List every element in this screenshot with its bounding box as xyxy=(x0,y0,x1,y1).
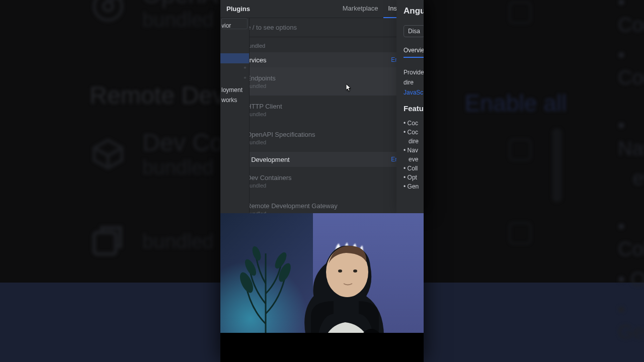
section-remote-dev: Remote Development Enable all xyxy=(220,152,424,167)
plugin-dev-containers[interactable]: Dev Containers bundled xyxy=(220,167,424,195)
sidebar-item[interactable]: works xyxy=(220,95,237,105)
search-input[interactable] xyxy=(236,24,407,31)
plugin-endpoints[interactable]: Endpoints bundled xyxy=(220,67,424,96)
bg-bundled2: bundled xyxy=(142,157,223,179)
bg-enable-all: Enable all xyxy=(464,90,567,117)
plugins-header: Plugins Marketplace Installed xyxy=(220,0,424,18)
bg-scrollbar xyxy=(552,128,562,202)
search-bar: ⋮ xyxy=(220,18,424,37)
sidebar-item[interactable]: loyment xyxy=(220,84,243,95)
disable-button[interactable]: Disa xyxy=(404,25,424,37)
bg-checkbox2 xyxy=(509,139,531,161)
bg-checkbox3 xyxy=(509,222,531,244)
bg-openapi-title: OpenA xyxy=(142,0,218,9)
bg-bullet-2: Nav xyxy=(618,137,644,159)
feature-item: • Gen xyxy=(404,182,424,191)
plugin-sub: bundled xyxy=(247,139,404,145)
tab-marketplace[interactable]: Marketplace xyxy=(338,0,383,18)
plugin-name: HTTP Client xyxy=(247,103,404,110)
webcam-bottom-bar xyxy=(220,333,424,362)
expand-icon[interactable]: ▫ xyxy=(244,64,246,70)
plugin-openapi[interactable]: OpenAPI Specifications bundled xyxy=(220,124,424,152)
svg-point-31 xyxy=(353,269,357,273)
plugin-sub: bundled xyxy=(247,111,404,117)
detail-text: Provide xyxy=(404,68,424,77)
plugin-sub: bundled xyxy=(247,83,404,89)
svg-line-3 xyxy=(111,0,116,2)
detail-link[interactable]: JavaSc xyxy=(404,88,424,97)
plugin-sub: bundled xyxy=(247,183,404,189)
feature-item: • Nav xyxy=(404,146,424,155)
bg-bundled: bundled xyxy=(142,9,218,32)
tab-overview[interactable]: Overview xyxy=(404,47,424,58)
feature-item: eve xyxy=(404,155,424,164)
svg-point-30 xyxy=(338,269,342,273)
sidebar-item-selected[interactable] xyxy=(220,53,249,63)
bg-bullet-6: Gen xyxy=(618,321,644,343)
feature-item: • Opt xyxy=(404,173,424,182)
bg-bullet-0: Coc xyxy=(618,14,644,36)
mouse-cursor xyxy=(346,84,352,92)
plugin-name: Endpoints xyxy=(247,74,404,82)
section-microservices: Microservices Enable all xyxy=(220,52,424,67)
plugin-http-client[interactable]: HTTP Client bundled xyxy=(220,96,424,124)
bg-bullet-1: Coc xyxy=(618,66,644,88)
section-title: Microservices xyxy=(226,56,391,64)
svg-point-28 xyxy=(251,245,262,262)
plugin-name: Dev Containers xyxy=(247,174,404,182)
expand-icon[interactable]: ▫ xyxy=(244,74,246,80)
bg-bundled3: bundled xyxy=(142,230,214,253)
prev-plugin-tail: bundled xyxy=(220,37,424,52)
feature-item: dire xyxy=(404,137,424,146)
svg-point-1 xyxy=(104,2,113,11)
feature-item: • Coc xyxy=(404,119,424,128)
bg-bullet-4: Coll xyxy=(618,238,644,260)
plugin-name: OpenAPI Specifications xyxy=(247,131,404,138)
bg-checkbox xyxy=(509,2,531,24)
section-title: Remote Development xyxy=(226,156,391,163)
detail-title: Angu xyxy=(404,6,424,16)
bg-bullet-5: Opt xyxy=(630,268,644,290)
bg-devc-title: Dev Co xyxy=(142,128,223,157)
feature-item: • Coll xyxy=(404,164,424,173)
plugins-title: Plugins xyxy=(226,5,338,13)
svg-rect-7 xyxy=(94,232,116,254)
feature-item: • Coc xyxy=(404,128,424,137)
plugin-name: Remote Development Gateway xyxy=(247,202,404,210)
bg-bullet-3: eve xyxy=(632,167,644,190)
features-heading: Featu xyxy=(404,104,424,113)
plugin-detail-fragment: Angu Disa Overview Provide dire JavaSc F… xyxy=(396,0,424,213)
settings-sidebar-fragment: vior ▫ ▫ loyment works xyxy=(220,18,250,213)
